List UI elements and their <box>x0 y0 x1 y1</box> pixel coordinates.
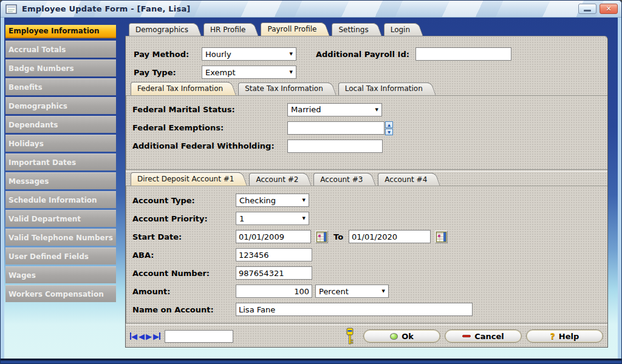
tab-account-2[interactable]: Account #2 <box>249 173 304 186</box>
amount-unit-select[interactable]: Percent ▼ <box>315 285 389 298</box>
federal-tax-group: Federal Marital Status: Married ▼ Federa… <box>126 95 607 169</box>
sidebar-item-accrual-totals[interactable]: Accrual Totals <box>5 41 116 58</box>
amount-input[interactable] <box>236 285 312 298</box>
sidebar-item-user-defined-fields[interactable]: User Defined Fields <box>5 248 116 265</box>
chevron-down-icon: ▼ <box>375 107 378 112</box>
aba-input[interactable] <box>236 248 312 261</box>
window-bottom-frame <box>1 359 621 364</box>
close-icon: ✕ <box>606 5 611 12</box>
account-priority-value: 1 <box>239 214 300 223</box>
tab-login[interactable]: Login <box>384 23 416 36</box>
sidebar-item-badge-numbers[interactable]: Badge Numbers <box>5 59 116 76</box>
to-label: To <box>333 232 343 241</box>
account-priority-select[interactable]: 1 ▼ <box>236 212 309 225</box>
additional-payroll-id-label: Additional Payroll Id: <box>316 50 409 59</box>
last-record-button[interactable]: ▶ <box>153 332 160 340</box>
sidebar-item-workers-compensation[interactable]: Workers Compensation <box>5 285 116 302</box>
pay-method-select[interactable]: Hourly ▼ <box>202 47 296 61</box>
sidebar-item-holidays[interactable]: Holidays <box>5 135 116 152</box>
cancel-button-label: Cancel <box>474 332 504 341</box>
sidebar: Employee Information Accrual Totals Badg… <box>5 25 116 304</box>
next-record-button[interactable]: ▶ <box>146 332 152 340</box>
tab-demographics[interactable]: Demographics <box>129 23 194 36</box>
chevron-down-icon: ▼ <box>290 52 293 56</box>
record-search-input[interactable] <box>165 330 233 343</box>
sidebar-item-schedule-information[interactable]: Schedule Information <box>5 191 116 208</box>
name-on-account-input[interactable] <box>236 303 473 316</box>
tab-label: Login <box>391 25 410 34</box>
window-title: Employee Update Form - [Fane, Lisa] <box>22 4 191 13</box>
start-date-input[interactable] <box>236 230 311 243</box>
pay-method-value: Hourly <box>205 50 287 59</box>
sidebar-item-benefits[interactable]: Benefits <box>5 78 116 95</box>
minimize-button[interactable] <box>578 4 596 14</box>
sidebar-item-messages[interactable]: Messages <box>5 172 116 189</box>
top-tab-bar: Demographics HR Profile Payroll Profile … <box>125 22 608 36</box>
additional-federal-withholding-input[interactable] <box>287 140 383 153</box>
tab-label: Account #4 <box>384 175 427 184</box>
tax-tab-bar: Federal Tax Information State Tax Inform… <box>126 81 607 95</box>
tab-payroll-profile[interactable]: Payroll Profile <box>261 22 323 36</box>
calendar-icon <box>316 232 327 242</box>
start-date-calendar-button[interactable] <box>315 231 328 243</box>
pay-method-label: Pay Method: <box>134 50 202 59</box>
tab-account-4[interactable]: Account #4 <box>378 173 433 186</box>
tab-label: Settings <box>338 25 368 34</box>
spinner-up-icon[interactable]: ▲ <box>385 121 393 128</box>
name-on-account-label: Name on Account: <box>132 305 236 314</box>
end-date-input[interactable] <box>349 230 431 243</box>
tab-state-tax-information[interactable]: State Tax Information <box>238 83 329 95</box>
account-type-value: Checking <box>239 196 300 205</box>
help-icon: ? <box>550 331 555 341</box>
key-icon <box>346 328 354 345</box>
previous-record-button[interactable]: ◀ <box>138 332 145 340</box>
sidebar-item-important-dates[interactable]: Important Dates <box>5 153 116 170</box>
pay-type-select[interactable]: Exempt ▼ <box>202 66 296 79</box>
help-button[interactable]: ? Help <box>526 329 603 343</box>
sidebar-header: Employee Information <box>5 25 116 38</box>
ok-button-label: Ok <box>402 332 414 341</box>
tab-direct-deposit-account-1[interactable]: Direct Deposit Account #1 <box>131 172 240 186</box>
account-type-select[interactable]: Checking ▼ <box>236 194 309 207</box>
chevron-down-icon: ▼ <box>302 198 306 203</box>
tab-label: Demographics <box>135 25 188 34</box>
sidebar-item-dependants[interactable]: Dependants <box>5 116 116 133</box>
federal-exemptions-input[interactable] <box>287 121 384 135</box>
main-area: Demographics HR Profile Payroll Profile … <box>125 22 608 348</box>
tab-label: HR Profile <box>210 25 246 34</box>
tab-federal-tax-information[interactable]: Federal Tax Information <box>131 82 229 95</box>
title-bar[interactable]: Employee Update Form - [Fane, Lisa] ✕ <box>1 1 621 18</box>
sidebar-item-valid-telephone-numbers[interactable]: Valid Telephone Numbers <box>5 229 116 246</box>
tab-account-3[interactable]: Account #3 <box>313 173 369 186</box>
first-record-icon: ◀ <box>131 332 137 340</box>
tab-label: Direct Deposit Account #1 <box>137 175 234 183</box>
sidebar-item-valid-department[interactable]: Valid Department <box>5 210 116 227</box>
end-date-calendar-button[interactable] <box>435 231 448 243</box>
cancel-button[interactable]: Cancel <box>445 329 522 343</box>
tab-hr-profile[interactable]: HR Profile <box>203 23 252 36</box>
direct-deposit-group: Account Type: Checking ▼ Account Priorit… <box>126 186 607 323</box>
close-button[interactable]: ✕ <box>600 4 618 14</box>
next-record-icon: ▶ <box>146 332 152 340</box>
employee-update-form-window: Employee Update Form - [Fane, Lisa] ✕ Em… <box>0 0 622 364</box>
chevron-down-icon: ▼ <box>382 289 385 294</box>
tab-settings[interactable]: Settings <box>332 23 374 36</box>
federal-exemptions-spinner: ▲ ▼ <box>385 121 393 135</box>
account-number-input[interactable] <box>236 266 312 280</box>
previous-record-icon: ◀ <box>138 332 145 340</box>
tab-label: Federal Tax Information <box>137 84 223 93</box>
sidebar-item-demographics[interactable]: Demographics <box>5 97 116 114</box>
additional-payroll-id-input[interactable] <box>415 47 511 61</box>
record-navigator: ◀ ◀ ▶ ▶ <box>130 332 160 340</box>
help-button-label: Help <box>559 332 579 341</box>
spinner-down-icon[interactable]: ▼ <box>385 129 393 135</box>
federal-exemptions-label: Federal Exemptions: <box>132 123 287 132</box>
federal-marital-status-select[interactable]: Married ▼ <box>287 103 382 116</box>
ok-button[interactable]: Ok <box>363 329 440 343</box>
chevron-down-icon: ▼ <box>302 216 306 221</box>
calendar-icon <box>436 232 446 242</box>
tab-local-tax-information[interactable]: Local Tax Information <box>338 83 429 95</box>
sidebar-item-wages[interactable]: Wages <box>5 266 116 283</box>
first-record-button[interactable]: ◀ <box>130 332 137 340</box>
federal-marital-status-label: Federal Marital Status: <box>132 105 287 114</box>
